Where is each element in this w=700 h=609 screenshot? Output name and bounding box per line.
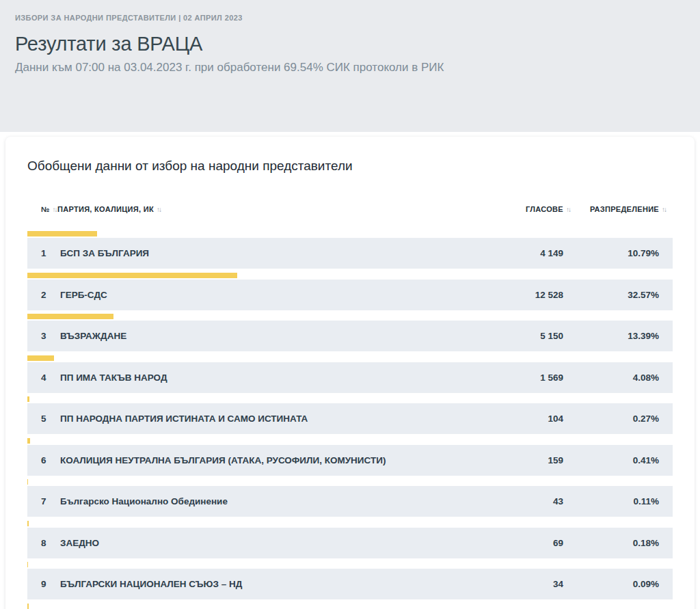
page-title: Резултати за ВРАЦА [15,31,685,56]
table-row: 4 ПП ИМА ТАКЪВ НАРОД 1 569 4.08% [27,355,673,393]
column-header-distribution[interactable]: РАЗПРЕДЕЛЕНИЕ↑↓ [571,205,667,213]
party-name: БЪЛГАРСКИ НАЦИОНАЛЕН СЪЮЗ – НД [60,579,502,589]
column-header-number[interactable]: №↑↓ [41,205,57,213]
percent-value: 13.39% [563,331,659,341]
result-bar [27,273,237,278]
votes-value: 1 569 [502,373,563,383]
party-name: ГЕРБ-СДС [60,290,502,300]
row-number: 4 [41,373,60,383]
page-header: ИЗБОРИ ЗА НАРОДНИ ПРЕДСТАВИТЕЛИ | 02 АПР… [0,0,700,132]
party-name: КОАЛИЦИЯ НЕУТРАЛНА БЪЛГАРИЯ (АТАКА, РУСО… [60,455,502,465]
row-number: 3 [41,331,60,341]
votes-value: 5 150 [502,331,563,341]
votes-value: 159 [502,455,563,465]
page-subtitle: Данни към 07:00 на 03.04.2023 г. при обр… [15,60,685,75]
percent-value: 0.27% [563,414,659,424]
sort-icon[interactable]: ↑↓ [53,206,57,213]
row-number: 6 [41,455,60,465]
table-row: 8 ЗАЕДНО 69 0.18% [27,521,673,558]
votes-value: 4 149 [502,248,563,258]
table-row-band: 6 КОАЛИЦИЯ НЕУТРАЛНА БЪЛГАРИЯ (АТАКА, РУ… [27,445,673,476]
result-bar [27,231,97,236]
result-bar [27,438,30,444]
sort-icon[interactable]: ↑↓ [566,206,570,213]
table-row: 1 БСП ЗА БЪЛГАРИЯ 4 149 10.79% [27,231,673,269]
column-header-votes[interactable]: ГЛАСОВЕ↑↓ [510,205,571,213]
sort-icon[interactable]: ↑↓ [157,206,161,213]
table-header-row: №↑↓ ПАРТИЯ, КОАЛИЦИЯ, ИК↑↓ ГЛАСОВЕ↑↓ РАЗ… [27,205,673,213]
votes-value: 69 [502,538,563,548]
result-bar [27,355,54,361]
votes-value: 12 528 [502,290,563,300]
votes-value: 43 [502,496,563,506]
row-number: 5 [41,414,60,424]
percent-value: 0.18% [563,538,659,548]
results-table: №↑↓ ПАРТИЯ, КОАЛИЦИЯ, ИК↑↓ ГЛАСОВЕ↑↓ РАЗ… [27,205,673,609]
table-row-band: 9 БЪЛГАРСКИ НАЦИОНАЛЕН СЪЮЗ – НД 34 0.09… [27,569,673,599]
percent-value: 0.11% [563,496,659,506]
percent-value: 4.08% [563,373,659,383]
result-bar [27,521,29,526]
table-row-band: 8 ЗАЕДНО 69 0.18% [27,528,673,558]
column-header-party[interactable]: ПАРТИЯ, КОАЛИЦИЯ, ИК↑↓ [57,205,510,213]
row-number: 7 [41,496,60,506]
next-row-bar-partial [27,604,29,609]
table-row-band: 3 ВЪЗРАЖДАНЕ 5 150 13.39% [27,321,673,351]
votes-value: 104 [502,414,563,424]
results-card: Обобщени данни от избор на народни предс… [5,137,695,609]
table-row-band: 4 ПП ИМА ТАКЪВ НАРОД 1 569 4.08% [27,362,673,393]
party-name: ЗАЕДНО [60,538,502,548]
percent-value: 10.79% [563,248,659,258]
row-number: 2 [41,290,60,300]
row-number: 1 [41,248,60,258]
table-row: 7 Българско Национално Обединение 43 0.1… [27,479,673,517]
table-body: 1 БСП ЗА БЪЛГАРИЯ 4 149 10.79% 2 ГЕРБ-СД… [27,231,673,599]
table-row: 2 ГЕРБ-СДС 12 528 32.57% [27,273,673,310]
table-row: 6 КОАЛИЦИЯ НЕУТРАЛНА БЪЛГАРИЯ (АТАКА, РУ… [27,438,673,476]
table-row-band: 7 Българско Национално Обединение 43 0.1… [27,486,673,517]
percent-value: 32.57% [563,290,659,300]
party-name: БСП ЗА БЪЛГАРИЯ [60,248,502,258]
card-title: Обобщени данни от избор на народни предс… [27,157,673,175]
result-bar [27,562,28,567]
votes-value: 34 [502,579,563,589]
percent-value: 0.09% [563,579,659,589]
result-bar [27,314,113,319]
party-name: ВЪЗРАЖДАНЕ [60,331,502,341]
result-bar [27,479,28,485]
percent-value: 0.41% [563,455,659,465]
table-row-band: 1 БСП ЗА БЪЛГАРИЯ 4 149 10.79% [27,238,673,269]
party-name: ПП ИМА ТАКЪВ НАРОД [60,373,502,383]
row-number: 9 [41,579,60,589]
election-eyebrow: ИЗБОРИ ЗА НАРОДНИ ПРЕДСТАВИТЕЛИ | 02 АПР… [15,14,685,23]
party-name: Българско Национално Обединение [60,496,502,506]
table-row-band: 2 ГЕРБ-СДС 12 528 32.57% [27,280,673,310]
table-row-band: 5 ПП НАРОДНА ПАРТИЯ ИСТИНАТА И САМО ИСТИ… [27,403,673,434]
table-row: 9 БЪЛГАРСКИ НАЦИОНАЛЕН СЪЮЗ – НД 34 0.09… [27,562,673,599]
sort-icon[interactable]: ↑↓ [662,206,666,213]
table-row: 5 ПП НАРОДНА ПАРТИЯ ИСТИНАТА И САМО ИСТИ… [27,396,673,434]
table-row: 3 ВЪЗРАЖДАНЕ 5 150 13.39% [27,314,673,351]
result-bar [27,396,29,402]
row-number: 8 [41,538,60,548]
party-name: ПП НАРОДНА ПАРТИЯ ИСТИНАТА И САМО ИСТИНА… [60,414,502,424]
